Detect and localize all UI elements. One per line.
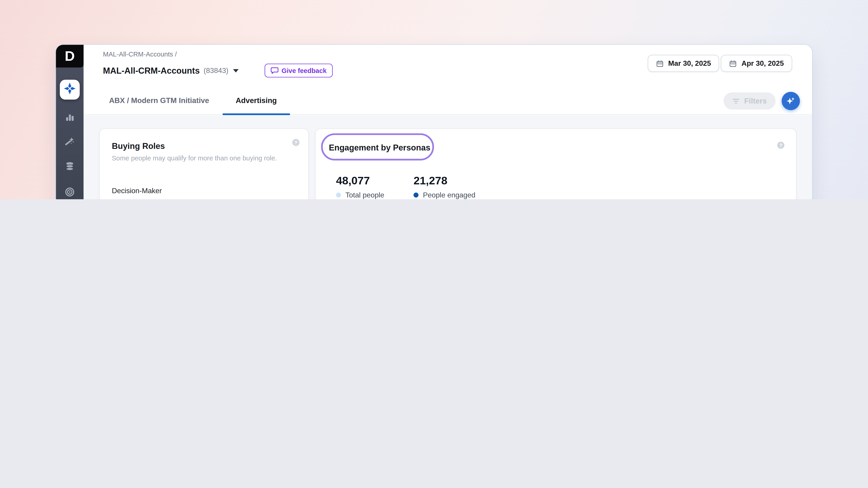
chevron-down-icon[interactable]	[233, 69, 238, 72]
engagement-personas-title: Engagement by Personas	[329, 143, 430, 152]
buying-roles-subtitle: Some people may qualify for more than on…	[112, 154, 277, 162]
sidebar-item-ai-navigator[interactable]	[60, 80, 80, 100]
breadcrumb[interactable]: MAL-All-CRM-Accounts /	[103, 51, 177, 58]
calendar-icon	[729, 59, 737, 67]
stat-people-engaged: 21,278People engaged	[413, 174, 475, 199]
dashboard-content: Buying Roles ? Some people may qualify f…	[84, 116, 812, 199]
date-range: Mar 30, 2025 Apr 30, 2025	[648, 55, 792, 72]
database-icon	[64, 161, 75, 172]
account-count: (83843)	[204, 66, 228, 75]
active-tab-underline	[222, 113, 290, 115]
give-feedback-button[interactable]: Give feedback	[265, 64, 333, 77]
bullseye-icon	[64, 186, 75, 197]
sidebar-item-data[interactable]	[56, 157, 84, 176]
role-label: Decision-Maker	[112, 186, 296, 195]
stat-value: 21,278	[413, 174, 475, 187]
calendar-icon	[656, 59, 664, 67]
sidebar: D ? ⚙	[56, 45, 84, 199]
stat-total-people: 48,077Total people	[336, 174, 384, 199]
engagement-personas-card: Engagement by Personas ? 48,077Total peo…	[315, 128, 797, 199]
main-area: MAL-All-CRM-Accounts / MAL-All-CRM-Accou…	[84, 45, 812, 199]
bar-chart-icon	[64, 111, 75, 122]
buying-roles-card: Buying Roles ? Some people may qualify f…	[99, 128, 309, 199]
sparkles-icon	[786, 96, 796, 106]
legend-dot-icon	[413, 193, 418, 197]
ai-assistant-button[interactable]	[782, 92, 800, 110]
end-date-button[interactable]: Apr 30, 2025	[721, 55, 792, 72]
filter-icon	[733, 98, 740, 104]
chat-bubble-icon	[271, 67, 278, 74]
filters-button[interactable]: Filters	[724, 92, 776, 109]
help-icon[interactable]: ?	[777, 142, 784, 149]
start-date-button[interactable]: Mar 30, 2025	[648, 55, 719, 72]
help-icon[interactable]: ?	[292, 139, 300, 146]
desktop-background: D ? ⚙ MAL-All-CRM-Accounts / MAL-All-CRM…	[0, 0, 868, 199]
tab-abx-modern-gtm-initiative[interactable]: ABX / Modern GTM Initiative	[96, 86, 222, 115]
magic-wand-icon	[64, 136, 75, 147]
legend-label: People engaged	[423, 191, 475, 199]
buying-roles-title: Buying Roles	[112, 141, 165, 151]
sidebar-item-targeting[interactable]	[56, 182, 84, 199]
tab-advertising[interactable]: Advertising	[222, 86, 290, 115]
sidebar-item-automation[interactable]	[56, 132, 84, 152]
legend-dot-icon	[336, 193, 341, 197]
sidebar-item-analytics[interactable]	[56, 107, 84, 127]
page-header: MAL-All-CRM-Accounts / MAL-All-CRM-Accou…	[84, 45, 812, 86]
legend-label: Total people	[345, 191, 384, 199]
page-title: MAL-All-CRM-Accounts	[103, 66, 200, 75]
demandbase-logo[interactable]: D	[56, 45, 84, 67]
app-window: D ? ⚙ MAL-All-CRM-Accounts / MAL-All-CRM…	[55, 44, 813, 199]
tab-bar: ABX / Modern GTM InitiativeAdvertising F…	[84, 86, 812, 115]
ai-compass-star-icon	[63, 82, 76, 97]
stat-value: 48,077	[336, 174, 384, 187]
role-row: Decision-Maker26,084	[112, 186, 296, 199]
